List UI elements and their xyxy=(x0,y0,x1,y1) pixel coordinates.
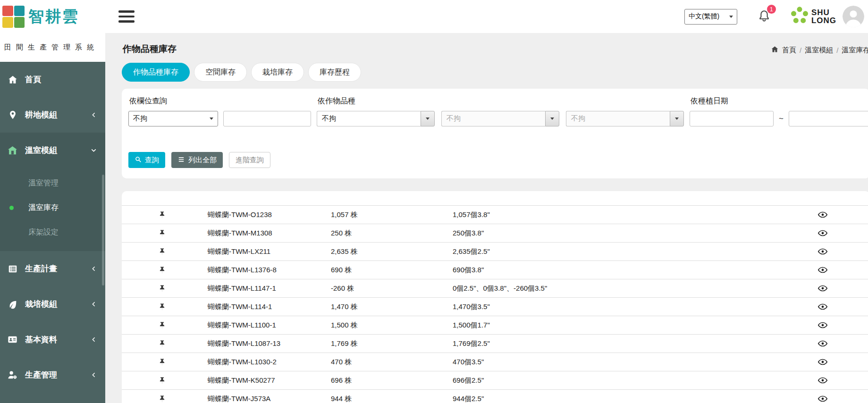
view-details-eye-icon[interactable] xyxy=(817,337,829,350)
sidebar-item-label: 溫室模組 xyxy=(25,145,84,156)
breadcrumb-module[interactable]: 溫室模組 xyxy=(805,46,833,55)
sidebar-item-production-plan[interactable]: 生產計畫 xyxy=(0,251,105,286)
size-breakdown: 1,057個3.8" xyxy=(447,210,775,219)
sidebar-item-greenhouse[interactable]: 溫室模組 xyxy=(0,133,105,168)
home-icon xyxy=(6,75,19,85)
notification-badge: 1 xyxy=(767,5,776,14)
table-row: 蝴蝶蘭-TWM-K50277 696 株 696個2.5" xyxy=(122,371,868,389)
pin-icon[interactable] xyxy=(157,320,167,330)
stock-quantity: 1,057 株 xyxy=(325,210,447,219)
tab-crop-variety-inventory[interactable]: 作物品種庫存 xyxy=(122,63,190,82)
variety-select-1-value: 不拘 xyxy=(317,111,421,126)
view-details-eye-icon[interactable] xyxy=(817,209,829,221)
brand-line-1: SHU xyxy=(811,8,836,17)
top-header: 智耕雲 中文(繁體) 1 SHU LONG xyxy=(0,0,868,33)
stock-quantity: 250 株 xyxy=(325,229,447,238)
list-all-button[interactable]: 列出全部 xyxy=(171,152,223,168)
app-title: 智耕雲 xyxy=(28,6,79,27)
sidebar-item-label: 生產管理 xyxy=(25,369,84,380)
field-select[interactable]: 不拘 xyxy=(128,111,218,126)
view-details-eye-icon[interactable] xyxy=(817,264,829,276)
pin-icon[interactable] xyxy=(157,284,167,294)
sidebar-item-cultivation[interactable]: 栽培模組 xyxy=(0,286,105,322)
search-button[interactable]: 查詢 xyxy=(128,152,165,168)
field-select-value: 不拘 xyxy=(133,114,147,123)
pin-icon[interactable] xyxy=(157,357,167,367)
tab-space-inventory[interactable]: 空間庫存 xyxy=(194,63,247,82)
sidebar-item-label: 耕地模組 xyxy=(25,109,84,120)
table-row: 蝴蝶蘭-TWM-O1238 1,057 株 1,057個3.8" xyxy=(122,205,868,224)
sidebar-item-label: 栽培模組 xyxy=(25,299,84,310)
farmland-icon xyxy=(6,110,19,120)
size-breakdown: 470個3.5" xyxy=(447,358,775,367)
filter-label: 依作物品種 xyxy=(318,96,684,106)
search-icon xyxy=(135,156,142,164)
field-value-input[interactable] xyxy=(223,111,311,126)
sidebar-subitem-bed-settings[interactable]: 床架設定 xyxy=(0,220,105,244)
tab-cultivation-inventory[interactable]: 栽培庫存 xyxy=(251,63,304,82)
notifications-button[interactable]: 1 xyxy=(757,8,771,25)
table-row: 蝴蝶蘭-TWM-L1030-2 470 株 470個3.5" xyxy=(122,353,868,371)
view-details-eye-icon[interactable] xyxy=(817,282,829,294)
table-row: 蝴蝶蘭-TWM-L1376-8 690 株 690個3.8" xyxy=(122,260,868,279)
table-row: 蝴蝶蘭-TWM-LX211 2,635 株 2,635個2.5" xyxy=(122,242,868,260)
variety-select-2-value: 不拘 xyxy=(441,111,545,126)
stock-quantity: 1,470 株 xyxy=(325,302,447,311)
app-logo[interactable]: 智耕雲 xyxy=(0,6,105,28)
chevron-left-icon xyxy=(91,336,97,343)
pin-icon[interactable] xyxy=(157,210,167,220)
dropdown-arrow-button[interactable] xyxy=(545,111,559,126)
view-details-eye-icon[interactable] xyxy=(817,319,829,331)
variety-select-2[interactable]: 不拘 xyxy=(441,111,559,126)
stock-quantity: 696 株 xyxy=(325,376,447,385)
variety-name: 蝴蝶蘭-TWM-J573A xyxy=(202,395,325,403)
dropdown-arrow-button[interactable] xyxy=(670,111,684,126)
variety-name: 蝴蝶蘭-TWM-L1147-1 xyxy=(202,284,325,293)
breadcrumb-separator: / xyxy=(800,46,801,54)
sidebar-item-label: 首頁 xyxy=(25,74,97,85)
view-details-eye-icon[interactable] xyxy=(817,356,829,368)
variety-name: 蝴蝶蘭-TWM-L114-1 xyxy=(202,302,325,311)
advanced-search-button[interactable]: 進階查詢 xyxy=(229,152,270,168)
tab-inventory-history[interactable]: 庫存歷程 xyxy=(308,63,361,82)
view-details-eye-icon[interactable] xyxy=(817,301,829,313)
variety-select-3[interactable]: 不拘 xyxy=(566,111,684,126)
sidebar-item-production-management[interactable]: 生產管理 xyxy=(0,357,105,393)
view-details-eye-icon[interactable] xyxy=(817,245,829,258)
pin-icon[interactable] xyxy=(157,376,167,386)
view-details-eye-icon[interactable] xyxy=(817,227,829,239)
list-board-icon xyxy=(6,264,19,274)
inventory-table-card: 蝴蝶蘭-TWM-O1238 1,057 株 1,057個3.8" 蝴蝶蘭-TWM… xyxy=(122,191,868,403)
pin-icon[interactable] xyxy=(157,228,167,238)
pin-icon[interactable] xyxy=(157,265,167,275)
language-select[interactable]: 中文(繁體) xyxy=(684,9,737,25)
menu-toggle-button[interactable] xyxy=(117,8,136,25)
plant-date-from-input[interactable] xyxy=(690,111,774,126)
breadcrumb-separator: / xyxy=(836,46,838,54)
stock-quantity: -260 株 xyxy=(325,284,447,293)
breadcrumb-home[interactable]: 首頁 xyxy=(782,46,796,55)
sidebar-scrollbar[interactable] xyxy=(102,175,104,285)
dropdown-arrow-button[interactable] xyxy=(421,111,435,126)
variety-select-1[interactable]: 不拘 xyxy=(317,111,435,126)
sidebar-subitem-greenhouse-management[interactable]: 溫室管理 xyxy=(0,171,105,195)
system-subtitle: 田間生產管理系統 xyxy=(0,33,105,62)
sidebar-subitem-greenhouse-inventory[interactable]: 溫室庫存 xyxy=(0,195,105,220)
sidebar-item-basic-data[interactable]: 基本資料 xyxy=(0,322,105,357)
user-avatar[interactable] xyxy=(843,6,864,27)
caret-down-icon xyxy=(210,118,213,120)
size-breakdown: 1,500個1.7" xyxy=(447,321,775,330)
plant-date-to-input[interactable] xyxy=(789,111,868,126)
view-details-eye-icon[interactable] xyxy=(817,393,829,403)
breadcrumb: 首頁 / 溫室模組 / 溫室庫存 xyxy=(771,45,868,55)
pin-icon[interactable] xyxy=(157,339,167,349)
sidebar-item-farmland[interactable]: 耕地模組 xyxy=(0,97,105,133)
sidebar-item-home[interactable]: 首頁 xyxy=(0,62,105,97)
pin-icon[interactable] xyxy=(157,302,167,312)
stock-quantity: 1,769 株 xyxy=(325,339,447,348)
size-breakdown: 696個2.5" xyxy=(447,376,775,385)
pin-icon[interactable] xyxy=(157,247,167,257)
view-details-eye-icon[interactable] xyxy=(817,374,829,386)
sidebar-item-label: 基本資料 xyxy=(25,334,84,345)
pin-icon[interactable] xyxy=(157,394,167,403)
